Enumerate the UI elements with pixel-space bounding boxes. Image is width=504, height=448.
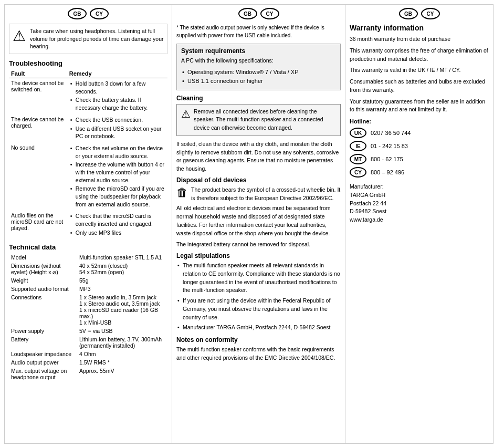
hotline-number: 01 - 242 15 83 (371, 143, 408, 149)
cleaning-warning-text: Remove all connected devices before clea… (194, 108, 336, 132)
tech-value-cell: Lithium-ion battery, 3.7V, 300mAh (perma… (77, 335, 167, 350)
manufacturer-website: www.targa.de (350, 216, 489, 224)
disposal-icon: 🗑 (176, 186, 188, 200)
hotline-row: CY800 – 92 496 (350, 167, 489, 178)
tech-row: Dimensions (without eyelet) (Height x ⌀)… (9, 262, 167, 276)
col1-badge-gb: GB (68, 8, 87, 19)
hotline-number: 800 – 92 496 (371, 169, 404, 175)
fault-cell: The device cannot be switched on. (9, 78, 67, 114)
system-req-list: Operating system: Windows® 7 / Vista / X… (181, 68, 336, 86)
cleaning-body: If soiled, clean the device with a dry c… (176, 140, 341, 173)
remedy-item: Check the set volume on the device or yo… (69, 144, 165, 160)
tech-label-cell: Weight (9, 276, 77, 285)
col1-badge-cy: CY (90, 8, 109, 19)
tech-value-cell: 5V ⎓ via USB (77, 327, 167, 335)
page: GB CY ⚠ Take care when using headphones.… (0, 0, 504, 448)
col3-badge-gb: GB (399, 8, 418, 19)
tech-row: Loudspeaker impedance4 Ohm (9, 350, 167, 358)
tech-label-cell: Battery (9, 335, 77, 350)
tech-value-cell: 40 x 52mm (closed) 54 x 52mm (open) (77, 262, 167, 276)
warranty-body2: This warranty comprises the free of char… (350, 47, 489, 64)
remedy-item: Check that the microSD card is correctly… (69, 212, 165, 227)
warranty-body1: 36 month warranty from date of purchase (350, 35, 489, 44)
tech-label-cell: Model (9, 253, 77, 262)
remedy-item: Check the battery status. If necessary c… (69, 96, 165, 111)
remedy-item: Only use MP3 files (69, 229, 165, 237)
tech-label-cell: Power supply (9, 327, 77, 335)
conformity-title: Notes on conformity (176, 336, 341, 343)
disposal-body1: The product bears the symbol of a crosse… (191, 186, 341, 203)
column-3: GB CY Warranty information 36 month warr… (345, 4, 494, 444)
disposal-title: Disposal of old devices (176, 176, 341, 184)
warranty-body3: This warranty is valid in the UK / IE / … (350, 66, 489, 75)
manufacturer-label: Manufacturer: (350, 183, 489, 191)
col2-badge-gb: GB (238, 8, 257, 19)
cleaning-warn-icon: ⚠ (181, 108, 191, 120)
legal-title: Legal stipulations (176, 252, 341, 259)
warranty-title: Warranty information (350, 24, 489, 32)
hotline-row: MT800 - 62 175 (350, 154, 489, 164)
tech-value-cell: Multi-function speaker STL 1.5 A1 (77, 253, 167, 262)
tech-value-cell: Approx. 55mV (77, 367, 167, 381)
tech-label-cell: Audio output power (9, 358, 77, 367)
trouble-row: The device cannot be charged.Check the U… (9, 114, 167, 143)
remedy-header: Remedy (67, 69, 167, 78)
tech-label-cell: Loudspeaker impedance (9, 350, 77, 358)
troubleshooting-table: Fault Remedy The device cannot be switch… (9, 69, 167, 239)
trouble-row: No soundCheck the set volume on the devi… (9, 143, 167, 211)
disposal-section: 🗑 The product bears the symbol of a cros… (176, 186, 341, 249)
cleaning-title: Cleaning (176, 95, 341, 102)
tech-row: ModelMulti-function speaker STL 1.5 A1 (9, 253, 167, 262)
tech-row: Connections1 x Stereo audio in, 3.5mm ja… (9, 293, 167, 327)
system-requirements: System requirements A PC with the follow… (176, 44, 341, 90)
technical-data-table: ModelMulti-function speaker STL 1.5 A1Di… (9, 253, 167, 381)
manufacturer-name: TARGA GmbH (350, 191, 489, 200)
disposal-body3: The integrated battery cannot be removed… (176, 241, 341, 249)
remedy-cell: Check the USB connection.Use a different… (67, 114, 167, 143)
tech-value-cell: 1.5W RMS * (77, 358, 167, 367)
warranty-body5: Your statutory guarantees from the selle… (350, 98, 489, 114)
headphone-warning: ⚠ Take care when using headphones. Liste… (9, 24, 167, 54)
headphone-warning-text: Take care when using headphones. Listeni… (30, 27, 164, 50)
hotline-badge: CY (350, 167, 366, 178)
tech-row: Weight55g (9, 276, 167, 285)
tech-row: Supported audio formatMP3 (9, 285, 167, 293)
footnote: * The stated audio output power is only … (176, 24, 341, 39)
manufacturer-address1: Postfach 22 44 (350, 200, 489, 208)
hotline-badge: MT (350, 154, 366, 164)
cleaning-warning: ⚠ Remove all connected devices before cl… (176, 104, 341, 136)
hotline-row: IE01 - 242 15 83 (350, 141, 489, 151)
warranty-body4: Consumables such as batteries and bulbs … (350, 78, 489, 95)
hotline-badge: UK (350, 128, 366, 138)
conformity-body: The multi-function speaker conforms with… (176, 346, 341, 362)
legal-item: Manufacturer TARGA GmbH, Postfach 2244, … (176, 324, 341, 332)
legal-item: The multi-function speaker meets all rel… (176, 262, 341, 295)
remedy-item: Use a different USB socket on your PC or… (69, 125, 165, 140)
trouble-row: The device cannot be switched on.Hold bu… (9, 78, 167, 114)
tech-label-cell: Max. output voltage on headphone output (9, 367, 77, 381)
col3-badges: GB CY (350, 8, 489, 19)
remedy-item: Check the USB connection. (69, 116, 165, 124)
sysreq-item: USB 1.1 connection or higher (181, 77, 336, 85)
tech-label-cell: Connections (9, 293, 77, 327)
hotline-badge: IE (350, 141, 366, 151)
column-1: GB CY ⚠ Take care when using headphones.… (4, 4, 172, 444)
remedy-cell: Check the set volume on the device or yo… (67, 143, 167, 211)
system-req-title: System requirements (181, 47, 336, 55)
col3-badge-cy: CY (421, 8, 440, 19)
manufacturer-address2: D-59482 Soest (350, 207, 489, 216)
tech-label-cell: Dimensions (without eyelet) (Height x ⌀) (9, 262, 77, 276)
hotline-number: 800 - 62 175 (371, 156, 403, 162)
legal-list: The multi-function speaker meets all rel… (176, 262, 341, 332)
tech-value-cell: 1 x Stereo audio in, 3.5mm jack 1 x Ster… (77, 293, 167, 327)
tech-value-cell: MP3 (77, 285, 167, 293)
hotline-numbers: UK0207 36 50 744IE01 - 242 15 83MT800 - … (350, 128, 489, 178)
fault-cell: No sound (9, 143, 67, 211)
column-2: GB CY * The stated audio output power is… (172, 4, 345, 444)
conformity-section: Notes on conformity The multi-function s… (176, 336, 341, 362)
trouble-row: Audio files on the microSD card are not … (9, 211, 167, 239)
col2-badges: GB CY (176, 8, 341, 19)
system-req-intro: A PC with the following specifications: (181, 57, 336, 65)
technical-data-title: Technical data (9, 243, 167, 251)
hotline-number: 0207 36 50 744 (371, 130, 411, 136)
